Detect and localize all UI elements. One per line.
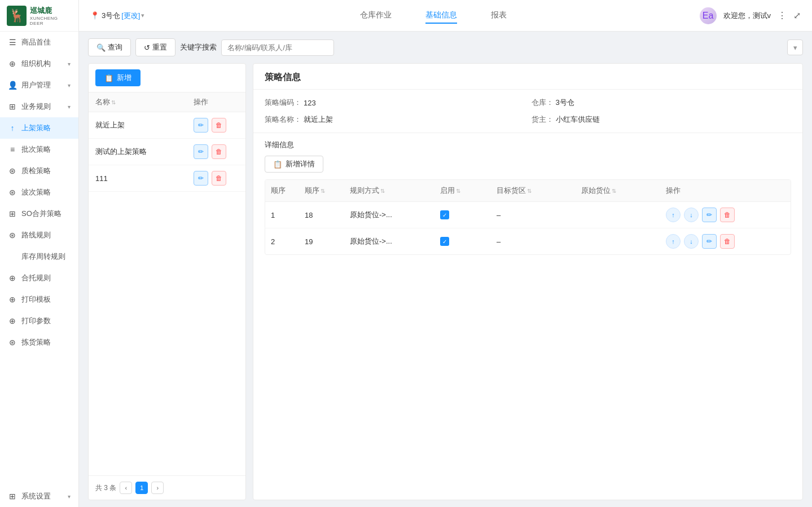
code-value: 123: [304, 99, 316, 107]
code-label: 策略编码：: [265, 98, 301, 108]
td-target-zone: –: [491, 202, 576, 228]
page-1-button[interactable]: 1: [135, 482, 148, 494]
sidebar-item-业务规则[interactable]: ⊞ 业务规则 ▾: [0, 96, 78, 117]
row-delete-button[interactable]: 🗑: [720, 234, 735, 249]
sidebar-item-路线规则[interactable]: ⊛ 路线规则: [0, 224, 78, 246]
filter-dropdown-btn[interactable]: ▾: [787, 39, 803, 55]
list-icon: ☰: [8, 38, 17, 47]
sidebar-label: 打印参数: [21, 316, 51, 326]
sidebar: 🦌 巡城鹿 XUNCHENG DEER ☰ 商品首佳 ⊕ 组织机构 ▾ 👤 用户…: [0, 0, 79, 507]
edit-button[interactable]: ✏: [194, 171, 208, 186]
merge-icon: ⊞: [8, 209, 17, 218]
sidebar-item-库存周转规则[interactable]: 库存周转规则: [0, 246, 78, 267]
tab-basic-info[interactable]: 基础信息: [425, 8, 457, 24]
sidebar-label: 系统设置: [21, 491, 51, 501]
add-icon: 📋: [104, 74, 113, 82]
sidebar-item-用户管理[interactable]: 👤 用户管理 ▾: [0, 74, 78, 96]
tab-warehouse-ops[interactable]: 仓库作业: [360, 8, 392, 24]
td-source-location: [576, 228, 660, 254]
td-enabled: ✓: [434, 228, 491, 254]
edit-button[interactable]: ✏: [194, 118, 208, 133]
warehouse-name: 3号仓: [102, 11, 120, 21]
delete-button[interactable]: 🗑: [212, 171, 226, 186]
sidebar-item-质检策略[interactable]: ⊛ 质检策略: [0, 160, 78, 182]
th-source-location: 原始货位 ⇅: [576, 180, 660, 201]
add-btn-label: 新增: [117, 73, 131, 83]
left-panel-header: 📋 新增: [89, 64, 245, 92]
td-order: 19: [299, 228, 344, 254]
chevron-down-icon: ▾: [68, 61, 71, 67]
sidebar-item-商品首佳[interactable]: ☰ 商品首佳: [0, 32, 78, 53]
reset-button[interactable]: ↺ 重置: [135, 38, 175, 56]
user-greeting: 欢迎您，测试v: [723, 11, 771, 21]
action-btns: ✏ 🗑: [194, 144, 239, 159]
sort-icon: ⇅: [527, 188, 532, 194]
sidebar-item-合托规则[interactable]: ⊕ 合托规则: [0, 267, 78, 289]
th-seq: 顺序: [265, 180, 299, 201]
delete-button[interactable]: 🗑: [212, 144, 226, 159]
move-up-button[interactable]: ↑: [666, 234, 681, 249]
main-area: 📍 3号仓 [更改] ▾ 仓库作业 基础信息 报表 Ea 欢迎您，测试v ⋮ ⤢: [79, 0, 812, 507]
detail-section-title: 详细信息: [265, 140, 791, 150]
next-page-button[interactable]: ›: [151, 482, 164, 494]
info-row-warehouse: 仓库： 3号仓: [532, 98, 792, 108]
query-button[interactable]: 🔍 查询: [88, 38, 131, 56]
sidebar-item-系统设置[interactable]: ⊞ 系统设置 ▾: [0, 486, 78, 507]
info-row-name: 策略名称： 就近上架: [265, 114, 525, 125]
sidebar-item-批次策略[interactable]: ≡ 批次策略: [0, 139, 78, 160]
td-target-zone: –: [491, 228, 576, 254]
table-row: 测试的上架策略 ✏ 🗑: [89, 139, 245, 165]
delete-button[interactable]: 🗑: [212, 118, 226, 133]
more-options-icon[interactable]: ⋮: [778, 10, 787, 21]
move-up-button[interactable]: ↑: [666, 208, 681, 222]
total-count: 共 3 条: [95, 483, 116, 493]
sidebar-item-上架策略[interactable]: ↑ 上架策略: [0, 117, 78, 139]
sidebar-item-波次策略[interactable]: ⊛ 波次策略: [0, 182, 78, 203]
sidebar-item-打印模板[interactable]: ⊕ 打印模板: [0, 289, 78, 310]
move-down-button[interactable]: ↓: [684, 208, 699, 222]
sidebar-item-组织机构[interactable]: ⊕ 组织机构 ▾: [0, 53, 78, 74]
row-edit-button[interactable]: ✏: [702, 208, 717, 222]
sidebar-logo: 🦌 巡城鹿 XUNCHENG DEER: [0, 0, 78, 32]
td-rule-method: 原始货位->...: [344, 202, 434, 228]
row-edit-button[interactable]: ✏: [702, 234, 717, 249]
sidebar-label: 库存周转规则: [21, 252, 65, 262]
sidebar-item-SO合并策略[interactable]: ⊞ SO合并策略: [0, 203, 78, 224]
keyword-input[interactable]: [221, 39, 334, 56]
tab-reports[interactable]: 报表: [491, 8, 507, 24]
checkbox-enabled[interactable]: ✓: [440, 210, 449, 219]
rules-icon: ⊞: [8, 102, 17, 111]
td-operation: ↑ ↓ ✏ 🗑: [660, 228, 791, 254]
row-delete-button[interactable]: 🗑: [720, 208, 735, 222]
checkbox-enabled[interactable]: ✓: [440, 237, 449, 246]
sidebar-label: 组织机构: [21, 59, 51, 69]
sidebar-label: 打印模板: [21, 294, 51, 305]
strategy-name: 111: [95, 174, 194, 183]
refresh-icon: ↺: [144, 43, 150, 52]
left-panel: 📋 新增 名称 ⇅ 操作: [88, 63, 246, 500]
add-detail-button[interactable]: 📋 新增详情: [265, 156, 323, 173]
vendor-label: 货主：: [532, 114, 554, 125]
row-action-btns: ↑ ↓ ✏ 🗑: [666, 234, 735, 249]
edit-button[interactable]: ✏: [194, 144, 208, 159]
td-seq: 2: [265, 228, 299, 254]
vendor-value: 小红车供应链: [556, 114, 600, 125]
fullscreen-icon[interactable]: ⤢: [793, 10, 801, 21]
warehouse-value: 3号仓: [556, 98, 574, 108]
info-row-code: 策略编码： 123: [265, 98, 525, 108]
pick-icon: ⊛: [8, 338, 17, 347]
warehouse-change-link[interactable]: [更改]: [121, 11, 140, 21]
wave-icon: ⊛: [8, 188, 17, 197]
table-row: 111 ✏ 🗑: [89, 165, 245, 192]
move-down-button[interactable]: ↓: [684, 234, 699, 249]
add-detail-icon: 📋: [273, 160, 282, 169]
sidebar-item-打印参数[interactable]: ⊕ 打印参数: [0, 310, 78, 332]
warehouse-selector[interactable]: 📍 3号仓 [更改] ▾: [90, 11, 144, 21]
expand-panel-button[interactable]: »: [245, 271, 246, 293]
sidebar-item-拣货策略[interactable]: ⊛ 拣货策略: [0, 332, 78, 353]
logo-text-cn: 巡城鹿: [30, 6, 72, 16]
prev-page-button[interactable]: ‹: [120, 482, 132, 494]
settings-icon: ⊞: [8, 492, 17, 501]
location-icon: 📍: [90, 11, 99, 20]
add-strategy-button[interactable]: 📋 新增: [95, 69, 141, 86]
